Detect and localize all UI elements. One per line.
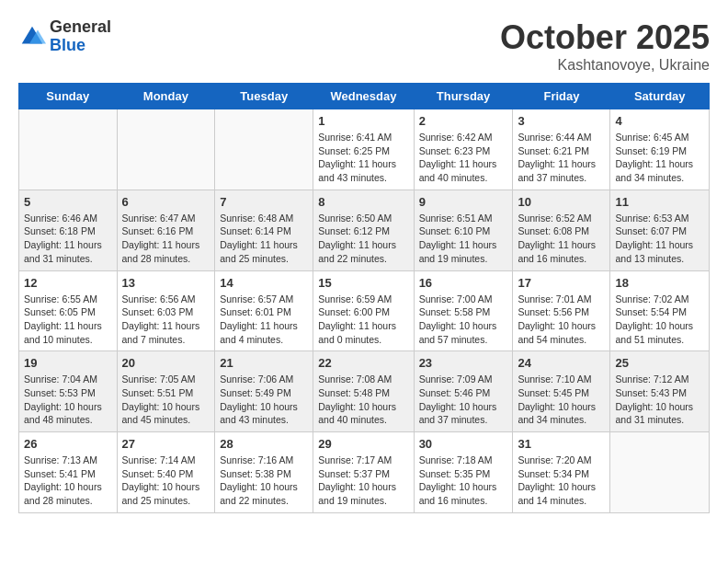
day-number: 25 [615,356,704,370]
day-number: 14 [220,276,308,290]
day-number: 6 [122,195,210,209]
logo-icon [18,23,46,51]
calendar-header-tuesday: Tuesday [215,84,313,109]
calendar-header-friday: Friday [513,84,610,109]
day-number: 18 [615,276,704,290]
calendar-cell: 19Sunrise: 7:04 AMSunset: 5:53 PMDayligh… [19,351,118,432]
day-info: Sunrise: 7:17 AMSunset: 5:37 PMDaylight:… [318,454,408,508]
calendar-table: SundayMondayTuesdayWednesdayThursdayFrid… [18,83,710,513]
calendar-cell: 30Sunrise: 7:18 AMSunset: 5:35 PMDayligh… [414,432,513,513]
day-number: 21 [220,356,308,370]
calendar-cell: 20Sunrise: 7:05 AMSunset: 5:51 PMDayligh… [117,351,215,432]
day-info: Sunrise: 7:16 AMSunset: 5:38 PMDaylight:… [220,454,308,508]
day-number: 17 [518,276,605,290]
calendar-header-thursday: Thursday [414,84,513,109]
calendar-header-row: SundayMondayTuesdayWednesdayThursdayFrid… [19,84,710,109]
day-info: Sunrise: 6:41 AMSunset: 6:25 PMDaylight:… [318,131,408,185]
calendar-cell: 7Sunrise: 6:48 AMSunset: 6:14 PMDaylight… [215,190,313,270]
day-info: Sunrise: 7:00 AMSunset: 5:58 PMDaylight:… [419,293,508,347]
day-number: 20 [122,356,210,370]
day-number: 4 [615,114,704,128]
day-info: Sunrise: 7:02 AMSunset: 5:54 PMDaylight:… [615,293,704,347]
calendar-cell [19,109,118,190]
day-number: 19 [24,356,112,370]
day-info: Sunrise: 7:10 AMSunset: 5:45 PMDaylight:… [518,373,605,427]
day-number: 9 [419,195,508,209]
day-info: Sunrise: 6:53 AMSunset: 6:07 PMDaylight:… [615,212,704,266]
calendar-cell: 4Sunrise: 6:45 AMSunset: 6:19 PMDaylight… [610,109,710,190]
day-number: 27 [122,437,210,451]
calendar-cell: 2Sunrise: 6:42 AMSunset: 6:23 PMDaylight… [414,109,513,190]
day-info: Sunrise: 6:44 AMSunset: 6:21 PMDaylight:… [518,131,605,185]
title-block: October 2025 Kashtanovoye, Ukraine [500,18,710,74]
logo-general-text: General [50,18,111,37]
day-number: 28 [220,437,308,451]
day-info: Sunrise: 6:46 AMSunset: 6:18 PMDaylight:… [24,212,112,266]
day-number: 22 [318,356,408,370]
day-number: 26 [24,437,112,451]
day-info: Sunrise: 7:14 AMSunset: 5:40 PMDaylight:… [122,454,210,508]
calendar-cell: 28Sunrise: 7:16 AMSunset: 5:38 PMDayligh… [215,432,313,513]
calendar-cell [610,432,710,513]
calendar-cell: 13Sunrise: 6:56 AMSunset: 6:03 PMDayligh… [117,270,215,351]
calendar-cell: 9Sunrise: 6:51 AMSunset: 6:10 PMDaylight… [414,190,513,270]
day-info: Sunrise: 6:55 AMSunset: 6:05 PMDaylight:… [24,293,112,347]
calendar-cell [117,109,215,190]
day-number: 23 [419,356,508,370]
day-number: 31 [518,437,605,451]
day-info: Sunrise: 7:12 AMSunset: 5:43 PMDaylight:… [615,373,704,427]
logo-blue-text: Blue [50,37,111,55]
calendar-week-row-5: 26Sunrise: 7:13 AMSunset: 5:41 PMDayligh… [19,432,710,513]
calendar-week-row-2: 5Sunrise: 6:46 AMSunset: 6:18 PMDaylight… [19,190,710,270]
calendar-header-monday: Monday [117,84,215,109]
day-number: 10 [518,195,605,209]
day-info: Sunrise: 6:57 AMSunset: 6:01 PMDaylight:… [220,293,308,347]
day-info: Sunrise: 7:05 AMSunset: 5:51 PMDaylight:… [122,373,210,427]
logo-text: General Blue [50,18,111,55]
day-info: Sunrise: 6:59 AMSunset: 6:00 PMDaylight:… [318,293,408,347]
calendar-cell: 25Sunrise: 7:12 AMSunset: 5:43 PMDayligh… [610,351,710,432]
location: Kashtanovoye, Ukraine [500,57,710,74]
calendar-cell: 26Sunrise: 7:13 AMSunset: 5:41 PMDayligh… [19,432,118,513]
calendar-week-row-1: 1Sunrise: 6:41 AMSunset: 6:25 PMDaylight… [19,109,710,190]
calendar-cell: 14Sunrise: 6:57 AMSunset: 6:01 PMDayligh… [215,270,313,351]
calendar-cell: 23Sunrise: 7:09 AMSunset: 5:46 PMDayligh… [414,351,513,432]
day-number: 11 [615,195,704,209]
day-info: Sunrise: 7:20 AMSunset: 5:34 PMDaylight:… [518,454,605,508]
calendar-header-saturday: Saturday [610,84,710,109]
calendar-header-wednesday: Wednesday [313,84,414,109]
day-info: Sunrise: 7:06 AMSunset: 5:49 PMDaylight:… [220,373,308,427]
calendar-cell: 22Sunrise: 7:08 AMSunset: 5:48 PMDayligh… [313,351,414,432]
logo: General Blue [18,18,111,55]
calendar-cell: 10Sunrise: 6:52 AMSunset: 6:08 PMDayligh… [513,190,610,270]
day-info: Sunrise: 7:08 AMSunset: 5:48 PMDaylight:… [318,373,408,427]
calendar-cell: 24Sunrise: 7:10 AMSunset: 5:45 PMDayligh… [513,351,610,432]
calendar-cell: 27Sunrise: 7:14 AMSunset: 5:40 PMDayligh… [117,432,215,513]
page-header: General Blue October 2025 Kashtanovoye, … [18,18,710,74]
calendar-cell: 11Sunrise: 6:53 AMSunset: 6:07 PMDayligh… [610,190,710,270]
day-info: Sunrise: 6:51 AMSunset: 6:10 PMDaylight:… [419,212,508,266]
day-info: Sunrise: 7:09 AMSunset: 5:46 PMDaylight:… [419,373,508,427]
day-number: 24 [518,356,605,370]
calendar-cell: 29Sunrise: 7:17 AMSunset: 5:37 PMDayligh… [313,432,414,513]
day-number: 29 [318,437,408,451]
day-info: Sunrise: 7:04 AMSunset: 5:53 PMDaylight:… [24,373,112,427]
day-info: Sunrise: 7:01 AMSunset: 5:56 PMDaylight:… [518,293,605,347]
calendar-cell: 1Sunrise: 6:41 AMSunset: 6:25 PMDaylight… [313,109,414,190]
day-info: Sunrise: 7:18 AMSunset: 5:35 PMDaylight:… [419,454,508,508]
calendar-header-sunday: Sunday [19,84,118,109]
day-number: 16 [419,276,508,290]
day-number: 5 [24,195,112,209]
day-info: Sunrise: 6:42 AMSunset: 6:23 PMDaylight:… [419,131,508,185]
day-number: 7 [220,195,308,209]
calendar-cell: 3Sunrise: 6:44 AMSunset: 6:21 PMDaylight… [513,109,610,190]
day-number: 13 [122,276,210,290]
day-number: 30 [419,437,508,451]
day-info: Sunrise: 6:50 AMSunset: 6:12 PMDaylight:… [318,212,408,266]
calendar-cell [215,109,313,190]
day-info: Sunrise: 6:47 AMSunset: 6:16 PMDaylight:… [122,212,210,266]
calendar-cell: 15Sunrise: 6:59 AMSunset: 6:00 PMDayligh… [313,270,414,351]
calendar-cell: 8Sunrise: 6:50 AMSunset: 6:12 PMDaylight… [313,190,414,270]
day-number: 1 [318,114,408,128]
calendar-cell: 5Sunrise: 6:46 AMSunset: 6:18 PMDaylight… [19,190,118,270]
